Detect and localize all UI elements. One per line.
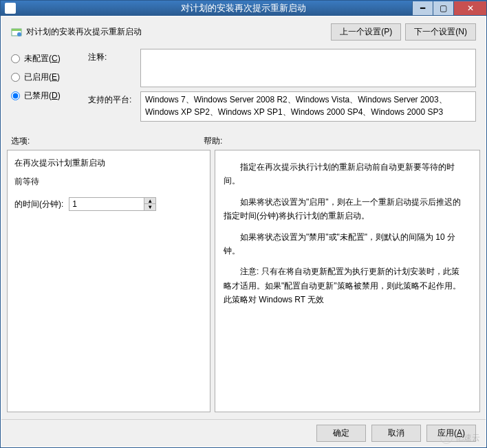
supported-platforms-box[interactable]: Windows 7、Windows Server 2008 R2、Windows… bbox=[140, 91, 476, 122]
next-setting-button[interactable]: 下一个设置(N) bbox=[405, 23, 476, 41]
radio-enabled-label: 已启用(E) bbox=[24, 71, 60, 83]
help-paragraph-2: 如果将状态设置为"启用"，则在上一个重新启动提示后推迟的指定时间(分钟)将执行计… bbox=[224, 195, 463, 223]
window-title: 对计划的安装再次提示重新启动 bbox=[181, 2, 306, 14]
app-icon bbox=[5, 3, 16, 14]
spinner-down-button[interactable]: ▼ bbox=[144, 204, 155, 210]
options-panel: 在再次提示计划重新启动 前等待 的时间(分钟): ▲ ▼ bbox=[7, 150, 210, 412]
cancel-button[interactable]: 取消 bbox=[371, 425, 421, 442]
help-scroll[interactable]: 指定在再次提示执行计划的重新启动前自动更新要等待的时间。 如果将状态设置为"启用… bbox=[215, 150, 479, 412]
help-paragraph-4: 注意: 只有在将自动更新配置为执行更新的计划安装时，此策略才适用。如果"配置自动… bbox=[224, 265, 463, 306]
dialog-window: 对计划的安装再次提示重新启动 ━ ▢ ✕ 对计划的安装再次提示重新启动 上一个设… bbox=[0, 0, 487, 448]
svg-point-2 bbox=[17, 32, 21, 36]
state-radio-group: 未配置(C) 已启用(E) 已禁用(D) bbox=[11, 49, 88, 126]
content-area: 对计划的安装再次提示重新启动 上一个设置(P) 下一个设置(N) 未配置(C) … bbox=[1, 16, 486, 447]
window-controls: ━ ▢ ✕ bbox=[412, 1, 486, 15]
wait-minutes-input[interactable] bbox=[69, 197, 144, 211]
radio-disabled-label: 已禁用(D) bbox=[24, 90, 61, 102]
titlebar[interactable]: 对计划的安装再次提示重新启动 ━ ▢ ✕ bbox=[1, 1, 486, 16]
header-row: 对计划的安装再次提示重新启动 上一个设置(P) 下一个设置(N) bbox=[1, 16, 486, 46]
radio-not-configured-input[interactable] bbox=[11, 54, 20, 63]
radio-enabled[interactable]: 已启用(E) bbox=[11, 71, 88, 83]
comment-textarea[interactable] bbox=[140, 49, 476, 87]
section-labels: 选项: 帮助: bbox=[1, 128, 486, 150]
radio-not-configured[interactable]: 未配置(C) bbox=[11, 53, 88, 65]
ok-button[interactable]: 确定 bbox=[316, 425, 366, 442]
dialog-footer: 确定 取消 应用(A) bbox=[1, 419, 486, 447]
comment-label: 注释: bbox=[88, 49, 140, 87]
svg-rect-1 bbox=[12, 29, 21, 31]
radio-disabled[interactable]: 已禁用(D) bbox=[11, 90, 88, 102]
option-text-line1: 在再次提示计划重新启动 bbox=[14, 157, 203, 169]
policy-icon bbox=[11, 27, 22, 38]
panels-row: 在再次提示计划重新启动 前等待 的时间(分钟): ▲ ▼ 指定在再次提示执行计划… bbox=[1, 150, 486, 419]
help-panel: 指定在再次提示执行计划的重新启动前自动更新要等待的时间。 如果将状态设置为"启用… bbox=[215, 150, 480, 412]
platform-label: 支持的平台: bbox=[88, 91, 140, 122]
radio-disabled-input[interactable] bbox=[11, 91, 20, 100]
option-text-line2: 前等待 bbox=[14, 176, 203, 188]
minimize-button[interactable]: ━ bbox=[412, 1, 433, 15]
help-label: 帮助: bbox=[204, 135, 222, 147]
spinner-label: 的时间(分钟): bbox=[14, 199, 63, 210]
previous-setting-button[interactable]: 上一个设置(P) bbox=[331, 23, 401, 41]
spinner-up-button[interactable]: ▲ bbox=[144, 198, 155, 204]
wait-minutes-spinner[interactable]: ▲ ▼ bbox=[69, 197, 156, 211]
config-row: 未配置(C) 已启用(E) 已禁用(D) 注释: 支持的平台: bbox=[1, 46, 486, 128]
radio-not-configured-label: 未配置(C) bbox=[24, 53, 61, 65]
apply-button[interactable]: 应用(A) bbox=[426, 425, 476, 442]
radio-enabled-input[interactable] bbox=[11, 73, 20, 82]
policy-title: 对计划的安装再次提示重新启动 bbox=[26, 26, 142, 38]
help-paragraph-1: 指定在再次提示执行计划的重新启动前自动更新要等待的时间。 bbox=[224, 160, 463, 188]
options-label: 选项: bbox=[11, 135, 204, 147]
maximize-button[interactable]: ▢ bbox=[433, 1, 453, 15]
help-paragraph-3: 如果将状态设置为"禁用"或"未配置"，则默认的间隔为 10 分钟。 bbox=[224, 230, 463, 258]
close-button[interactable]: ✕ bbox=[453, 1, 486, 15]
